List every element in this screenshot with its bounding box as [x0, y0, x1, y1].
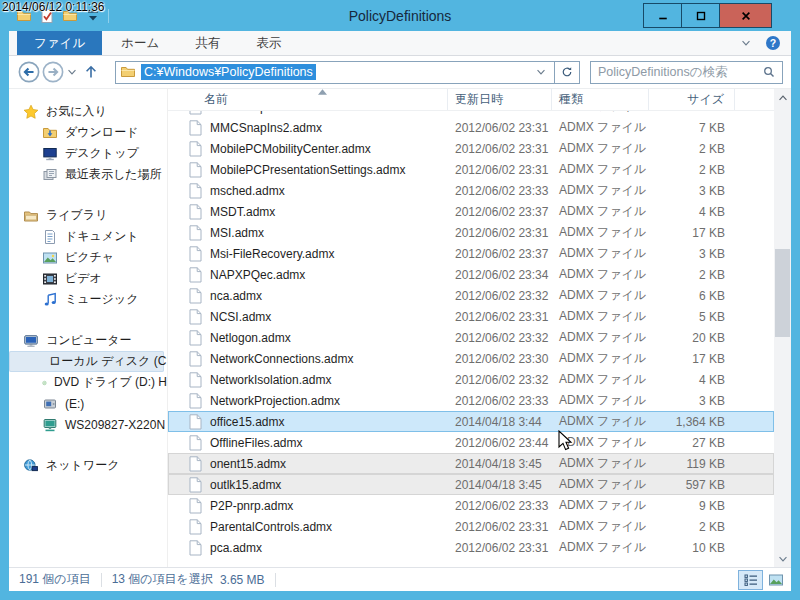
forward-button[interactable]	[41, 60, 65, 84]
file-name-cell: MobilePCPresentationSettings.admx	[168, 162, 448, 178]
sidebar-item-デスクトップ[interactable]: デスクトップ	[9, 143, 167, 164]
vertical-scrollbar[interactable]	[774, 89, 791, 567]
sidebar-item-ライブラリ[interactable]: ライブラリ	[9, 205, 167, 226]
sidebar-group: ネットワーク	[9, 455, 167, 476]
details-view-button[interactable]	[738, 570, 763, 590]
address-bar-content: C:¥Windows¥PolicyDefinitions	[116, 64, 554, 80]
file-row-MobilePCMobilityCenter.admx[interactable]: MobilePCMobilityCenter.admx2012/06/02 23…	[168, 138, 774, 159]
file-name: MobilePCMobilityCenter.admx	[210, 142, 371, 156]
search-box[interactable]: PolicyDefinitionsの検索	[590, 61, 783, 84]
sidebar-group: お気に入りダウンロードデスクトップ最近表示した場所	[9, 101, 167, 185]
file-row-MSDT.admx[interactable]: MSDT.admx2012/06/02 23:37ADMX ファイル4 KB	[168, 201, 774, 222]
sidebar-item-ミュージック[interactable]: ミュージック	[9, 289, 167, 310]
file-modified-cell: 2012/06/02 23:31	[448, 226, 552, 240]
sidebar-item-ダウンロード[interactable]: ダウンロード	[9, 122, 167, 143]
scroll-up-button[interactable]	[774, 89, 791, 106]
file-row-ParentalControls.admx[interactable]: ParentalControls.admx2012/06/02 23:31ADM…	[168, 516, 774, 537]
address-bar[interactable]: C:¥Windows¥PolicyDefinitions	[115, 61, 580, 84]
address-path[interactable]: C:¥Windows¥PolicyDefinitions	[141, 64, 316, 80]
file-name: ParentalControls.admx	[210, 520, 332, 534]
file-name-cell: office15.admx	[168, 414, 448, 430]
file-name-cell: NetworkProjection.admx	[168, 393, 448, 409]
file-row-NetworkIsolation.admx[interactable]: NetworkIsolation.admx2012/06/02 23:32ADM…	[168, 369, 774, 390]
column-header-サイズ[interactable]: サイズ	[649, 89, 735, 110]
divider	[101, 573, 102, 587]
download-folder-icon	[42, 125, 58, 141]
file-row-MMCSnapIns2.admx[interactable]: MMCSnapIns2.admx2012/06/02 23:31ADMX ファイ…	[168, 117, 774, 138]
file-row-Netlogon.admx[interactable]: Netlogon.admx2012/06/02 23:32ADMX ファイル20…	[168, 327, 774, 348]
column-header-名前[interactable]: 名前	[168, 89, 448, 110]
refresh-icon	[561, 66, 573, 78]
file-row-MobilePCPresentationSettings.admx[interactable]: MobilePCPresentationSettings.admx2012/06…	[168, 159, 774, 180]
tab-共有[interactable]: 共有	[178, 31, 237, 55]
file-row-NetworkProjection.admx[interactable]: NetworkProjection.admx2012/06/02 23:33AD…	[168, 390, 774, 411]
sidebar-item-ピクチャ[interactable]: ピクチャ	[9, 247, 167, 268]
file-row-office15.admx[interactable]: office15.admx2014/04/18 3:44ADMX ファイル1,3…	[168, 411, 774, 432]
file-row-msched.admx[interactable]: msched.admx2012/06/02 23:33ADMX ファイル3 KB	[168, 180, 774, 201]
file-type-cell: ADMX ファイル	[552, 140, 649, 157]
tab-表示[interactable]: 表示	[239, 31, 298, 55]
sidebar-item-(E:)[interactable]: (E:)	[9, 393, 167, 414]
ribbon-collapse-icon[interactable]	[741, 38, 751, 48]
file-row-nca.admx[interactable]: nca.admx2012/06/02 23:32ADMX ファイル6 KB	[168, 285, 774, 306]
network-computer-icon	[42, 417, 58, 433]
file-list-pane: 名前更新日時種類サイズ MMCSnapIns1.admx2012/06/02 2…	[167, 89, 791, 567]
status-bar: 191 個の項目 13 個の項目を選択 3.65 MB	[9, 567, 791, 591]
maximize-button[interactable]	[681, 3, 720, 28]
file-type-cell: ADMX ファイル	[552, 224, 649, 241]
file-row-pca.admx[interactable]: pca.admx2012/06/02 23:31ADMX ファイル10 KB	[168, 537, 774, 558]
file-row-MSI.admx[interactable]: MSI.admx2012/06/02 23:31ADMX ファイル17 KB	[168, 222, 774, 243]
up-button[interactable]	[79, 60, 103, 84]
music-icon	[42, 292, 58, 308]
file-name-cell: ParentalControls.admx	[168, 519, 448, 535]
ribbon-tabs: ファイルホーム共有表示 ?	[9, 31, 791, 56]
scroll-down-button[interactable]	[774, 550, 791, 567]
file-name-cell: P2P-pnrp.admx	[168, 498, 448, 514]
file-row-outlk15.admx[interactable]: outlk15.admx2014/04/18 3:45ADMX ファイル597 …	[168, 474, 774, 495]
tab-ホーム[interactable]: ホーム	[104, 31, 176, 55]
sidebar-item-コンピューター[interactable]: コンピューター	[9, 330, 167, 351]
file-row-NAPXPQec.admx[interactable]: NAPXPQec.admx2012/06/02 23:34ADMX ファイル2 …	[168, 264, 774, 285]
file-name-cell: MMCSnapIns2.admx	[168, 120, 448, 136]
file-modified-cell: 2012/06/02 23:32	[448, 289, 552, 303]
up-icon	[83, 64, 99, 80]
sidebar-item-最近表示した場所[interactable]: 最近表示した場所	[9, 164, 167, 185]
file-modified-cell: 2012/06/02 23:31	[448, 121, 552, 135]
tab-ファイル[interactable]: ファイル	[17, 31, 102, 55]
column-header-更新日時[interactable]: 更新日時	[448, 89, 552, 110]
minimize-button[interactable]	[643, 3, 682, 28]
file-row-NCSI.admx[interactable]: NCSI.admx2012/06/02 23:31ADMX ファイル5 KB	[168, 306, 774, 327]
file-type-cell: ADMX ファイル	[552, 392, 649, 409]
file-name-cell: msched.admx	[168, 183, 448, 199]
refresh-button[interactable]	[554, 62, 579, 83]
sidebar-item-お気に入り[interactable]: お気に入り	[9, 101, 167, 122]
sidebar-item-ネットワーク[interactable]: ネットワーク	[9, 455, 167, 476]
file-icon	[189, 246, 202, 262]
navigation-toolbar: C:¥Windows¥PolicyDefinitions PolicyDefin…	[9, 56, 791, 89]
sidebar-item-DVD ドライブ (D:) H[interactable]: DVD ドライブ (D:) H	[9, 372, 167, 393]
file-row-Msi-FileRecovery.admx[interactable]: Msi-FileRecovery.admx2012/06/02 23:37ADM…	[168, 243, 774, 264]
scrollbar-thumb[interactable]	[775, 249, 790, 337]
sidebar-item-WS209827-X220N[interactable]: WS209827-X220N	[9, 414, 167, 435]
file-row-P2P-pnrp.admx[interactable]: P2P-pnrp.admx2012/06/02 23:33ADMX ファイル9 …	[168, 495, 774, 516]
help-icon[interactable]: ?	[765, 35, 781, 51]
search-icon[interactable]	[763, 66, 775, 78]
file-row-OfflineFiles.admx[interactable]: OfflineFiles.admx2012/06/02 23:44ADMX ファ…	[168, 432, 774, 453]
sidebar-item-ローカル ディスク (C:)[interactable]: ローカル ディスク (C:)	[9, 351, 164, 372]
sidebar-item-ドキュメント[interactable]: ドキュメント	[9, 226, 167, 247]
minimize-icon	[658, 11, 668, 21]
file-modified-cell: 2014/04/18 3:45	[448, 478, 552, 492]
library-icon	[23, 208, 39, 224]
file-row-NetworkConnections.admx[interactable]: NetworkConnections.admx2012/06/02 23:30A…	[168, 348, 774, 369]
sidebar-item-label: ネットワーク	[46, 457, 119, 474]
thumbnail-view-button[interactable]	[763, 570, 788, 590]
file-name: Netlogon.admx	[210, 331, 291, 345]
back-button[interactable]	[17, 60, 41, 84]
history-dropdown-button[interactable]	[65, 60, 79, 84]
close-button[interactable]	[719, 3, 772, 28]
address-dropdown-icon[interactable]	[536, 67, 546, 77]
sidebar-item-ビデオ[interactable]: ビデオ	[9, 268, 167, 289]
file-size-cell: 96 KB	[649, 111, 735, 114]
file-row-onent15.admx[interactable]: onent15.admx2014/04/18 3:45ADMX ファイル119 …	[168, 453, 774, 474]
column-header-種類[interactable]: 種類	[552, 89, 649, 110]
